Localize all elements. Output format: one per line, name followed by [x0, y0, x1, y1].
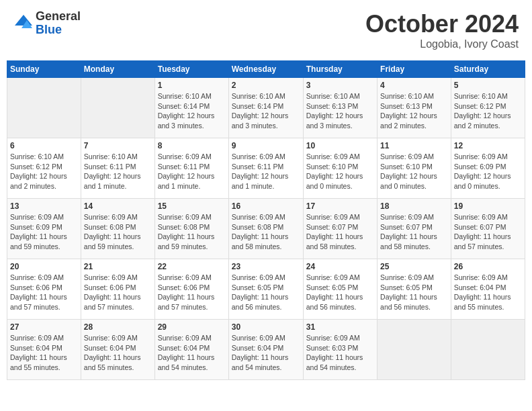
day-info: Sunrise: 6:09 AM Sunset: 6:05 PM Dayligh…: [306, 273, 374, 312]
calendar-day-cell: 31Sunrise: 6:09 AM Sunset: 6:03 PM Dayli…: [303, 320, 377, 380]
calendar-week-row: 13Sunrise: 6:09 AM Sunset: 6:09 PM Dayli…: [7, 199, 525, 259]
day-number: 16: [232, 201, 300, 211]
day-info: Sunrise: 6:09 AM Sunset: 6:03 PM Dayligh…: [306, 333, 374, 373]
calendar-day-cell: 29Sunrise: 6:09 AM Sunset: 6:04 PM Dayli…: [154, 320, 228, 380]
day-number: 5: [454, 81, 522, 90]
day-info: Sunrise: 6:09 AM Sunset: 6:11 PM Dayligh…: [158, 152, 226, 191]
day-info: Sunrise: 6:09 AM Sunset: 6:04 PM Dayligh…: [158, 333, 226, 373]
calendar-day-cell: 11Sunrise: 6:09 AM Sunset: 6:10 PM Dayli…: [378, 138, 451, 199]
calendar-day-cell: 5Sunrise: 6:10 AM Sunset: 6:12 PM Daylig…: [451, 78, 525, 138]
day-number: 30: [232, 322, 300, 332]
weekday-header: Friday: [378, 61, 451, 78]
page-header: General Blue October 2024 Logobia, Ivory…: [7, 7, 525, 54]
day-number: 27: [10, 322, 78, 332]
calendar-day-cell: 9Sunrise: 6:09 AM Sunset: 6:11 PM Daylig…: [228, 138, 303, 199]
day-info: Sunrise: 6:10 AM Sunset: 6:12 PM Dayligh…: [454, 91, 522, 131]
day-number: 8: [158, 141, 226, 150]
day-info: Sunrise: 6:10 AM Sunset: 6:13 PM Dayligh…: [306, 91, 374, 131]
day-info: Sunrise: 6:09 AM Sunset: 6:07 PM Dayligh…: [306, 212, 374, 252]
day-info: Sunrise: 6:10 AM Sunset: 6:13 PM Dayligh…: [380, 91, 448, 131]
logo-icon: [13, 13, 34, 34]
day-info: Sunrise: 6:09 AM Sunset: 6:08 PM Dayligh…: [232, 212, 300, 252]
day-number: 4: [380, 81, 448, 90]
day-info: Sunrise: 6:09 AM Sunset: 6:09 PM Dayligh…: [10, 212, 78, 252]
weekday-header: Wednesday: [228, 61, 303, 78]
day-info: Sunrise: 6:10 AM Sunset: 6:14 PM Dayligh…: [232, 91, 300, 131]
calendar-day-cell: 14Sunrise: 6:09 AM Sunset: 6:08 PM Dayli…: [81, 199, 154, 259]
day-number: 29: [158, 322, 226, 332]
day-number: 13: [10, 201, 78, 211]
calendar-week-row: 27Sunrise: 6:09 AM Sunset: 6:04 PM Dayli…: [7, 320, 525, 380]
day-info: Sunrise: 6:09 AM Sunset: 6:06 PM Dayligh…: [84, 273, 152, 312]
calendar-day-cell: 28Sunrise: 6:09 AM Sunset: 6:04 PM Dayli…: [81, 320, 154, 380]
calendar-day-cell: [81, 78, 154, 138]
calendar-day-cell: [7, 78, 81, 138]
calendar-day-cell: 26Sunrise: 6:09 AM Sunset: 6:04 PM Dayli…: [451, 259, 525, 320]
weekday-row: SundayMondayTuesdayWednesdayThursdayFrid…: [7, 61, 525, 78]
month-title: October 2024: [365, 10, 519, 38]
day-number: 21: [84, 262, 152, 271]
day-number: 20: [10, 262, 78, 271]
calendar-day-cell: 24Sunrise: 6:09 AM Sunset: 6:05 PM Dayli…: [303, 259, 377, 320]
calendar-day-cell: 4Sunrise: 6:10 AM Sunset: 6:13 PM Daylig…: [378, 78, 451, 138]
logo-text: General Blue: [36, 10, 81, 37]
day-info: Sunrise: 6:09 AM Sunset: 6:04 PM Dayligh…: [232, 333, 300, 373]
calendar-day-cell: 27Sunrise: 6:09 AM Sunset: 6:04 PM Dayli…: [7, 320, 81, 380]
day-number: 12: [454, 141, 522, 150]
day-number: 14: [84, 201, 152, 211]
logo-general: General: [36, 10, 81, 24]
day-info: Sunrise: 6:09 AM Sunset: 6:10 PM Dayligh…: [380, 152, 448, 191]
calendar-header: SundayMondayTuesdayWednesdayThursdayFrid…: [7, 61, 525, 78]
day-number: 2: [232, 81, 300, 90]
day-info: Sunrise: 6:09 AM Sunset: 6:05 PM Dayligh…: [380, 273, 448, 312]
day-number: 31: [306, 322, 374, 332]
day-info: Sunrise: 6:09 AM Sunset: 6:07 PM Dayligh…: [380, 212, 448, 252]
day-number: 28: [84, 322, 152, 332]
day-info: Sunrise: 6:09 AM Sunset: 6:06 PM Dayligh…: [10, 273, 78, 312]
calendar-day-cell: 21Sunrise: 6:09 AM Sunset: 6:06 PM Dayli…: [81, 259, 154, 320]
calendar-week-row: 1Sunrise: 6:10 AM Sunset: 6:14 PM Daylig…: [7, 78, 525, 138]
calendar-day-cell: 16Sunrise: 6:09 AM Sunset: 6:08 PM Dayli…: [228, 199, 303, 259]
calendar-day-cell: 19Sunrise: 6:09 AM Sunset: 6:07 PM Dayli…: [451, 199, 525, 259]
calendar-day-cell: 17Sunrise: 6:09 AM Sunset: 6:07 PM Dayli…: [303, 199, 377, 259]
day-number: 15: [158, 201, 226, 211]
calendar-day-cell: [378, 320, 451, 380]
day-info: Sunrise: 6:10 AM Sunset: 6:11 PM Dayligh…: [84, 152, 152, 191]
day-info: Sunrise: 6:09 AM Sunset: 6:04 PM Dayligh…: [454, 273, 522, 312]
weekday-header: Thursday: [303, 61, 377, 78]
calendar-day-cell: 8Sunrise: 6:09 AM Sunset: 6:11 PM Daylig…: [154, 138, 228, 199]
calendar-day-cell: 10Sunrise: 6:09 AM Sunset: 6:10 PM Dayli…: [303, 138, 377, 199]
location: Logobia, Ivory Coast: [365, 38, 519, 50]
day-number: 24: [306, 262, 374, 271]
calendar-day-cell: 1Sunrise: 6:10 AM Sunset: 6:14 PM Daylig…: [154, 78, 228, 138]
day-info: Sunrise: 6:09 AM Sunset: 6:09 PM Dayligh…: [454, 152, 522, 191]
calendar-day-cell: 30Sunrise: 6:09 AM Sunset: 6:04 PM Dayli…: [228, 320, 303, 380]
day-number: 6: [10, 141, 78, 150]
day-info: Sunrise: 6:09 AM Sunset: 6:08 PM Dayligh…: [84, 212, 152, 252]
day-number: 18: [380, 201, 448, 211]
day-info: Sunrise: 6:09 AM Sunset: 6:10 PM Dayligh…: [306, 152, 374, 191]
day-info: Sunrise: 6:09 AM Sunset: 6:06 PM Dayligh…: [158, 273, 226, 312]
calendar-day-cell: 2Sunrise: 6:10 AM Sunset: 6:14 PM Daylig…: [228, 78, 303, 138]
weekday-header: Monday: [81, 61, 154, 78]
calendar-week-row: 20Sunrise: 6:09 AM Sunset: 6:06 PM Dayli…: [7, 259, 525, 320]
day-info: Sunrise: 6:09 AM Sunset: 6:05 PM Dayligh…: [232, 273, 300, 312]
calendar-day-cell: 6Sunrise: 6:10 AM Sunset: 6:12 PM Daylig…: [7, 138, 81, 199]
calendar-day-cell: 13Sunrise: 6:09 AM Sunset: 6:09 PM Dayli…: [7, 199, 81, 259]
day-info: Sunrise: 6:09 AM Sunset: 6:11 PM Dayligh…: [232, 152, 300, 191]
day-number: 22: [158, 262, 226, 271]
weekday-header: Sunday: [7, 61, 81, 78]
calendar-week-row: 6Sunrise: 6:10 AM Sunset: 6:12 PM Daylig…: [7, 138, 525, 199]
day-number: 11: [380, 141, 448, 150]
calendar-table: SundayMondayTuesdayWednesdayThursdayFrid…: [7, 60, 525, 380]
calendar-day-cell: 18Sunrise: 6:09 AM Sunset: 6:07 PM Dayli…: [378, 199, 451, 259]
day-number: 23: [232, 262, 300, 271]
day-number: 9: [232, 141, 300, 150]
day-info: Sunrise: 6:09 AM Sunset: 6:07 PM Dayligh…: [454, 212, 522, 252]
calendar-day-cell: 23Sunrise: 6:09 AM Sunset: 6:05 PM Dayli…: [228, 259, 303, 320]
calendar-day-cell: 7Sunrise: 6:10 AM Sunset: 6:11 PM Daylig…: [81, 138, 154, 199]
calendar-day-cell: 22Sunrise: 6:09 AM Sunset: 6:06 PM Dayli…: [154, 259, 228, 320]
calendar-day-cell: [451, 320, 525, 380]
calendar-day-cell: 15Sunrise: 6:09 AM Sunset: 6:08 PM Dayli…: [154, 199, 228, 259]
day-number: 10: [306, 141, 374, 150]
